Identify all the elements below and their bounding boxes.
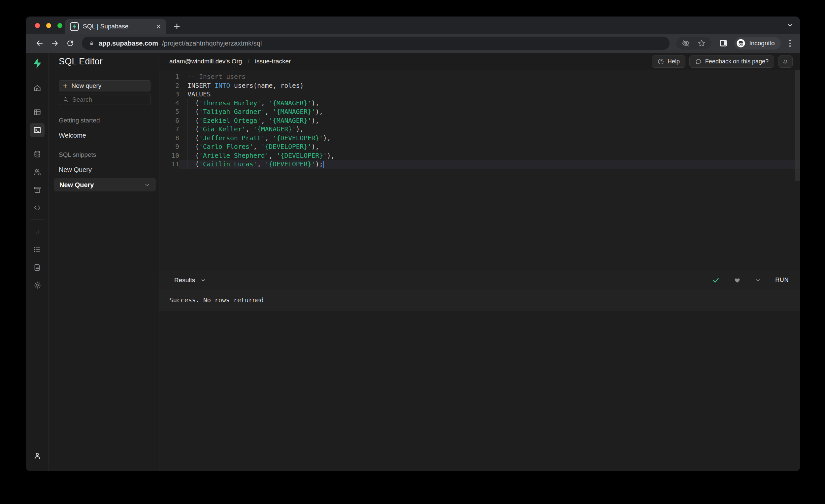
- browser-tab[interactable]: SQL | Supabase ×: [65, 19, 166, 34]
- nav-docs-icon[interactable]: [30, 260, 45, 275]
- line-number: 11: [159, 160, 179, 169]
- section-sql-snippets: SQL snippets: [59, 151, 150, 158]
- code-line: 3 VALUES: [159, 90, 800, 99]
- tab-close-icon[interactable]: ×: [156, 22, 161, 31]
- page-title: SQL Editor: [49, 53, 159, 70]
- nav-database-icon[interactable]: [30, 147, 45, 161]
- line-number: 2: [159, 81, 179, 90]
- main-content: adam@windmill.dev's Org / issue-tracker …: [159, 53, 800, 471]
- code-line-active: 11 ('Caitlin Lucas', '{DEVELOPER}');: [159, 160, 800, 169]
- nav-home-icon[interactable]: [30, 81, 45, 95]
- browser-window: SQL | Supabase × + app.supabase.com/proj…: [26, 16, 800, 471]
- snippet-item-new-query[interactable]: New Query: [59, 166, 150, 173]
- url-host: app.supabase.com: [99, 40, 158, 47]
- snippet-item-new-query-active[interactable]: New Query: [54, 178, 156, 192]
- nav-api-icon[interactable]: [30, 200, 45, 215]
- line-number: 8: [159, 134, 179, 143]
- help-icon: [657, 58, 664, 65]
- snippet-search[interactable]: [59, 94, 150, 105]
- sql-code-editor[interactable]: 1 -- Insert users 2 INSERT INTO users(na…: [159, 70, 800, 271]
- window-controls: [35, 23, 62, 28]
- code-line: 1 -- Insert users: [159, 73, 800, 81]
- code-line: 5 ('Taliyah Gardner', '{MANAGER}'),: [159, 107, 800, 117]
- supabase-app: SQL Editor + New query Getting started W…: [26, 53, 800, 471]
- feedback-button[interactable]: Feedback on this page?: [689, 56, 774, 68]
- line-number: 10: [159, 151, 179, 160]
- minimize-window-button[interactable]: [46, 23, 51, 28]
- line-number: 3: [159, 90, 179, 99]
- code-line: 6 ('Ezekiel Ortega', '{MANAGER}'),: [159, 117, 800, 126]
- nav-logs-icon[interactable]: [30, 242, 45, 257]
- code-line: 9 ('Carlo Flores', '{DEVELOPER}'),: [159, 143, 800, 151]
- line-number: 1: [159, 73, 179, 81]
- incognito-badge: Incognito: [734, 37, 780, 50]
- success-message: Success. No rows returned: [169, 296, 264, 304]
- chevron-down-icon[interactable]: [144, 182, 150, 188]
- line-number: 7: [159, 125, 179, 134]
- project-header: adam@windmill.dev's Org / issue-tracker …: [159, 53, 800, 70]
- browser-toolbar: app.supabase.com/project/azahtnhqohyjerz…: [26, 34, 800, 53]
- back-button[interactable]: [33, 37, 46, 50]
- browser-menu-icon[interactable]: [788, 38, 793, 49]
- nav-settings-icon[interactable]: [30, 278, 45, 292]
- bookmark-star-icon[interactable]: [697, 39, 706, 48]
- nav-sql-editor-icon[interactable]: [30, 123, 45, 137]
- supabase-favicon-icon: [70, 22, 79, 31]
- reload-button[interactable]: [63, 37, 77, 50]
- nav-auth-icon[interactable]: [30, 165, 45, 179]
- results-dropdown[interactable]: Results: [174, 277, 206, 284]
- supabase-logo-icon[interactable]: [31, 57, 43, 69]
- code-line: 10 ('Arielle Shepherd', '{DEVELOPER}'),: [159, 151, 800, 160]
- results-empty-area: [159, 311, 800, 471]
- notifications-button[interactable]: [778, 56, 793, 68]
- line-number: 4: [159, 99, 179, 108]
- sql-snippets-panel: SQL Editor + New query Getting started W…: [49, 53, 159, 471]
- search-input[interactable]: [72, 96, 147, 103]
- forward-button[interactable]: [48, 37, 61, 50]
- breadcrumb-org[interactable]: adam@windmill.dev's Org: [169, 58, 242, 65]
- maximize-window-button[interactable]: [57, 23, 62, 28]
- incognito-label: Incognito: [749, 40, 774, 47]
- tab-strip: SQL | Supabase × +: [26, 16, 800, 34]
- code-line: 2 INSERT INTO users(name, roles): [159, 81, 800, 90]
- code-line: 7 ('Gia Keller', '{MANAGER}'),: [159, 125, 800, 134]
- editor-scrollbar[interactable]: [795, 70, 800, 181]
- snippet-item-welcome[interactable]: Welcome: [59, 132, 150, 139]
- nav-reports-icon[interactable]: [30, 224, 45, 239]
- breadcrumb: adam@windmill.dev's Org / issue-tracker: [169, 58, 291, 65]
- line-number: 9: [159, 143, 179, 151]
- bell-icon: [782, 58, 789, 65]
- results-bar: Results RUN: [159, 271, 800, 289]
- chevron-down-icon: [200, 277, 206, 283]
- nav-rail: [26, 53, 49, 471]
- url-bar[interactable]: app.supabase.com/project/azahtnhqohyjerz…: [82, 37, 670, 50]
- search-icon: [63, 96, 69, 103]
- code-line: 8 ('Jefferson Pratt', '{DEVELOPER}'),: [159, 134, 800, 143]
- run-button[interactable]: RUN: [775, 277, 789, 284]
- lock-icon: [88, 40, 95, 47]
- text-cursor: [323, 161, 324, 168]
- page-controls: [676, 37, 711, 50]
- run-options-chevron-icon[interactable]: [755, 277, 761, 284]
- incognito-icon: [736, 38, 746, 48]
- breadcrumb-project[interactable]: issue-tracker: [255, 58, 291, 65]
- side-panel-icon[interactable]: [719, 39, 728, 48]
- tab-search-chevron-icon[interactable]: [786, 21, 794, 29]
- help-button[interactable]: Help: [652, 56, 685, 68]
- tab-title: SQL | Supabase: [83, 23, 152, 30]
- breadcrumb-separator: /: [247, 58, 249, 65]
- new-query-button[interactable]: + New query: [59, 80, 150, 91]
- query-result-message-row: Success. No rows returned: [159, 289, 800, 311]
- plus-icon: +: [63, 82, 67, 90]
- nav-table-editor-icon[interactable]: [30, 105, 45, 120]
- code-line: 4 ('Theresa Hurley', '{MANAGER}'),: [159, 99, 800, 108]
- section-getting-started: Getting started: [59, 117, 150, 124]
- nav-storage-icon[interactable]: [30, 183, 45, 197]
- eye-off-icon[interactable]: [681, 39, 690, 48]
- close-window-button[interactable]: [35, 23, 40, 28]
- success-check-icon: [712, 276, 720, 284]
- favorite-heart-icon[interactable]: [734, 277, 741, 284]
- new-tab-button[interactable]: +: [173, 20, 180, 32]
- chat-bubble-icon: [695, 58, 702, 65]
- account-icon[interactable]: [30, 448, 45, 463]
